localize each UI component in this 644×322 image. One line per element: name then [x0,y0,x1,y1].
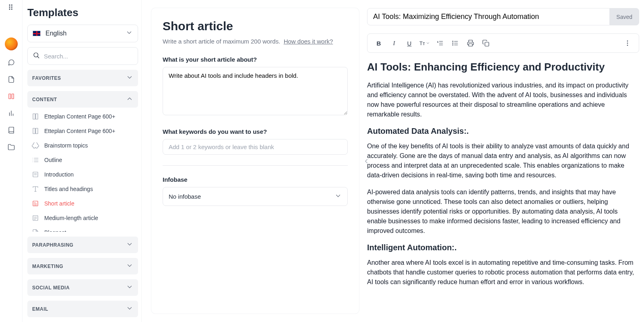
section-email[interactable]: EMAIL [27,301,138,317]
svg-rect-39 [485,42,489,46]
item-label: Introduction [44,171,74,178]
list-item[interactable]: Blogpost [27,225,138,232]
item-label: Etteplan Content Page 600+ [44,128,115,134]
chevron-down-icon [126,283,133,292]
copy-button[interactable] [479,37,493,49]
brain-icon [31,141,39,150]
search-box[interactable] [27,47,138,65]
section-favorites[interactable]: FAVORITES [27,70,138,86]
list-item[interactable]: Etteplan Content Page 600+ [27,109,138,124]
section-label: FAVORITES [32,75,61,81]
article-icon [31,214,39,222]
svg-rect-38 [469,44,473,46]
about-textarea[interactable] [163,67,348,115]
doc-p: Another area where AI tools excel is in … [367,258,638,287]
doc-p: Artificial Intelligence (AI) has revolut… [367,81,638,119]
analytics-icon[interactable] [6,108,16,118]
subtitle-text: Write a short article of maximum 200 wor… [163,38,280,45]
section-marketing[interactable]: MARKETING [27,258,138,274]
more-button[interactable] [620,37,635,49]
text-style-button[interactable]: Tт [417,37,432,49]
form-card: Short article Write a short article of m… [151,8,359,314]
svg-point-41 [627,43,628,44]
svg-rect-5 [33,114,35,119]
chevron-down-icon [126,74,133,82]
search-icon [33,52,40,60]
section-label: MARKETING [32,264,63,269]
list-item[interactable]: Etteplan Content Page 600+ [27,124,138,138]
svg-point-42 [627,45,628,46]
svg-point-40 [627,41,628,42]
app-logo: ⠿ [8,3,14,12]
italic-button[interactable]: I [387,37,401,49]
chevron-up-icon [126,95,133,104]
section-social-media[interactable]: SOCIAL MEDIA [27,279,138,296]
list-item[interactable]: Brainstorm topics [27,138,138,153]
section-label: PARAPHRASING [32,242,73,248]
icon-rail: ⠿ [0,0,23,322]
item-label: Etteplan Content Page 600+ [44,113,115,120]
divider [163,165,348,166]
folder-icon[interactable] [6,142,16,152]
svg-rect-15 [33,172,38,177]
avatar[interactable] [5,37,18,50]
item-label: Medium-length article [44,215,98,221]
library-icon[interactable] [6,125,16,135]
list-item[interactable]: Titles and headings [27,182,138,196]
list-item[interactable]: Outline [27,153,138,167]
infobase-value: No infobase [169,193,201,200]
search-input[interactable] [44,53,133,60]
type-icon [31,185,39,193]
templates-icon[interactable] [6,91,16,101]
underline-button[interactable]: U [402,37,417,49]
list-item[interactable]: Introduction [27,167,138,182]
form-subtitle: Write a short article of maximum 200 wor… [163,38,348,45]
svg-point-37 [452,45,453,46]
chevron-down-icon [126,305,133,313]
section-label: EMAIL [32,306,48,312]
how-link[interactable]: How does it work? [284,38,333,45]
svg-rect-7 [33,128,35,134]
ordered-list-button[interactable] [433,37,447,49]
bold-button[interactable]: B [372,37,386,49]
infobase-label: Infobase [163,176,348,183]
document-title-input[interactable] [367,8,610,25]
doc-h2: Automated Data Analysis:. [367,127,638,136]
unordered-list-button[interactable] [448,37,462,49]
short-article-icon [31,199,39,208]
document-body[interactable]: AI Tools: Enhancing Efficiency and Produ… [367,61,639,319]
paragraph-icon [31,170,39,179]
section-content[interactable]: CONTENT [27,91,138,108]
keywords-label: What keywords do you want to use? [163,128,348,135]
infobase-select[interactable]: No infobase [163,187,348,206]
list-icon [31,156,39,164]
form-panel: Short article Write a short article of m… [142,0,367,322]
keywords-input[interactable] [163,139,348,155]
about-label: What is your short article about? [163,56,348,63]
doc-p: One of the key benefits of AI tools is t… [367,141,638,180]
templates-sidebar: Templates English FAVORITES CONTENT Ette… [23,0,142,322]
title-row: Saved [367,8,639,25]
page-icon [31,127,39,135]
list-item[interactable]: Medium-length article [27,211,138,225]
svg-point-3 [34,53,38,57]
editor-toolbar: B I U Tт [367,33,639,53]
svg-line-4 [37,56,39,58]
sidebar-title: Templates [27,6,138,19]
chevron-down-icon [334,192,342,201]
chevron-down-icon [126,262,133,270]
list-item-short-article[interactable]: Short article [27,196,138,211]
document-icon[interactable] [6,75,16,84]
form-title: Short article [163,19,348,33]
chat-icon[interactable] [6,58,16,67]
print-button[interactable] [463,37,478,49]
item-label: Short article [44,200,74,207]
collapse-icon[interactable] [362,156,370,167]
page-icon [31,112,39,120]
doc-p: AI-powered data analysis tools can ident… [367,187,638,236]
language-selector[interactable]: English [27,25,138,42]
svg-rect-6 [36,114,38,119]
file-icon [31,229,39,232]
svg-point-35 [452,41,453,42]
section-paraphrasing[interactable]: PARAPHRASING [27,237,138,253]
